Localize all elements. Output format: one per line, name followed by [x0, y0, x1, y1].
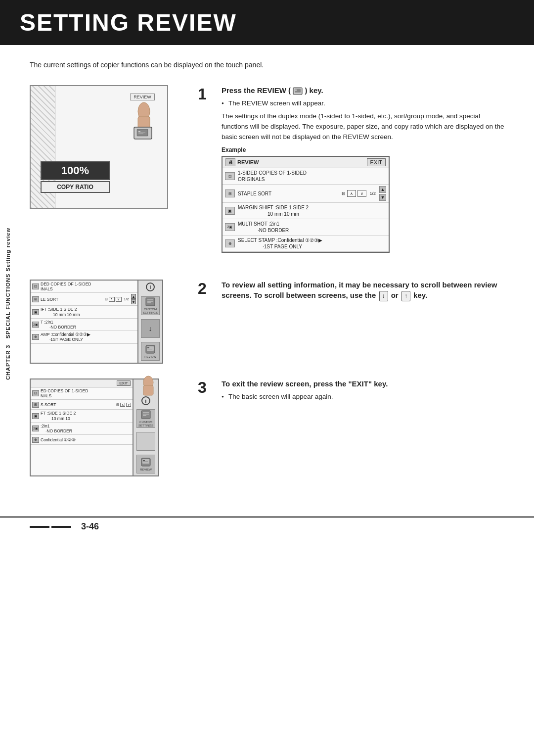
row1-text: 1-SIDED COPIES OF 1-SIDED ORIGINALS	[238, 170, 386, 183]
s2-row5: ⊕ AMP :Confidential ①②③▶ ·1ST PAGE ONLY	[31, 331, 137, 343]
chapter-number: 3	[5, 345, 11, 348]
s3-r2-text: S SORT	[41, 402, 115, 407]
step3-finger-icon	[140, 376, 157, 403]
s2-r3-icon: ▣	[32, 309, 39, 315]
step1-body: Press the REVIEW ( ) key. The REVIEW scr…	[222, 85, 504, 253]
row2-icon: ⊞	[225, 189, 235, 197]
step1-left: REVIEW	[30, 85, 183, 265]
step3-empty-btn	[136, 432, 155, 451]
step3-left: EXIT ⊡ ED COPIES OF 1-SIDED NALS ⊞ S SOR…	[30, 378, 183, 476]
step1-bullet: The REVIEW screen will appear.	[222, 98, 504, 108]
step3-custom-settings-btn[interactable]: CUSTOMSETTINGS	[136, 409, 155, 428]
s2-r4-icon: 2▣	[32, 322, 39, 328]
scroll-controls[interactable]: ▲ ▼	[379, 186, 386, 201]
row4-icon: 2▣	[225, 223, 235, 231]
bottom-nav: 3-46	[0, 516, 534, 536]
s3-r4-text: :2in1 ·NO BORDER	[41, 424, 131, 433]
s2-r3-text: IFT :SIDE 1 SIDE 2 10 mm 10 mm	[41, 307, 136, 317]
s2-r1-icon: ⊡	[32, 284, 39, 289]
finger-press-area	[140, 376, 157, 404]
s3-r4-icon: 2▣	[32, 425, 39, 431]
intro-text: The current settings of copier functions…	[30, 60, 277, 70]
device-illustration: REVIEW	[30, 85, 168, 209]
step1-block: 1 Press the REVIEW ( ) key. The REVIEW s…	[198, 85, 504, 253]
step1-review-screen: 🖨 REVIEW EXIT ⊡ 1-SIDED COPIES OF 1-SIDE…	[222, 156, 390, 253]
step2-body: To review all setting information, it ma…	[222, 280, 504, 304]
s3-r3-text: FT :SIDE 1 SIDE 2 10 mm 10	[41, 411, 131, 421]
row5-icon: ⊕	[225, 239, 235, 247]
step1-content: 1 Press the REVIEW ( ) key. The REVIEW s…	[198, 85, 504, 265]
s3-r1-icon: ⊡	[32, 390, 39, 396]
custom-settings-icon	[145, 297, 156, 307]
s3-r5-text: Confidential ①②③	[41, 437, 131, 442]
step2-left: ⊡ DED COPIES OF 1-SIDED INALS ⊞ LE SORT …	[30, 280, 183, 364]
step1-body-text: The settings of the duplex mode (1-sided…	[222, 111, 504, 142]
s2-r5-icon: ⊕	[32, 334, 39, 340]
page-title: SETTING REVIEW	[20, 9, 237, 36]
svg-rect-4	[138, 131, 140, 132]
s3-row4: 2▣ :2in1 ·NO BORDER	[31, 423, 133, 435]
row5-text: SELECT STAMP :Confidential ①②③▶ ·1ST PAG…	[238, 237, 386, 250]
svg-rect-17	[147, 349, 152, 349]
svg-rect-10	[146, 298, 155, 306]
s2-row4: 2▣ T :2in1 ·NO BORDER	[31, 319, 137, 331]
review-side-btn[interactable]: REVIEW	[141, 342, 160, 361]
step3-section: EXIT ⊡ ED COPIES OF 1-SIDED NALS ⊞ S SOR…	[30, 378, 504, 476]
step3-review-label: REVIEW	[140, 468, 152, 472]
svg-rect-6	[138, 134, 143, 134]
step3-number: 3	[198, 379, 212, 395]
svg-rect-15	[147, 346, 154, 351]
screen-row-1: ⊡ 1-SIDED COPIES OF 1-SIDED ORIGINALS	[222, 168, 389, 185]
chapter-label: CHAPTER	[5, 350, 11, 380]
step3-review-icon	[140, 457, 151, 467]
step3-screen-container: EXIT ⊡ ED COPIES OF 1-SIDED NALS ⊞ S SOR…	[30, 378, 168, 476]
step3-illustration: EXIT ⊡ ED COPIES OF 1-SIDED NALS ⊞ S SOR…	[30, 378, 168, 476]
exit-button[interactable]: EXIT	[367, 158, 386, 166]
scroll-up-btn[interactable]: ▲	[379, 186, 386, 193]
s3-r1-text: ED COPIES OF 1-SIDED NALS	[41, 388, 131, 398]
review-side-label: REVIEW	[144, 355, 156, 359]
s2-r2-right: ⊟ ∧ ∨ 1/2 ▲ ▼	[105, 294, 136, 304]
up-key-symbol[interactable]: ↑	[401, 291, 410, 301]
s2-r4-text: T :2in1 ·NO BORDER	[41, 320, 136, 330]
step1-heading: Press the REVIEW ( ) key.	[222, 85, 504, 95]
copy-ratio-display: 100% COPY RATIO	[41, 161, 110, 193]
s3-row1: ⊡ ED COPIES OF 1-SIDED NALS	[31, 387, 133, 400]
svg-rect-27	[143, 462, 148, 462]
step2-block: 2 To review all setting information, it …	[198, 280, 504, 304]
s3-r2-right: ⊟ ∧ ∨	[116, 403, 131, 407]
step2-down-key[interactable]: ↓	[141, 319, 160, 338]
row2-text: STAPLE SORT	[238, 190, 339, 197]
s2-r5-text: AMP :Confidential ①②③▶ ·1ST PAGE ONLY	[41, 332, 136, 342]
step3-review-btn[interactable]: REVIEW	[136, 455, 155, 473]
s2-scroll-up[interactable]: ▲	[131, 294, 136, 299]
info-icon[interactable]: i	[146, 283, 155, 291]
svg-rect-16	[147, 347, 149, 348]
scroll-down-btn[interactable]: ▼	[379, 194, 386, 201]
down-key-symbol[interactable]: ↓	[379, 291, 388, 301]
step2-content: 2 To review all setting information, it …	[198, 280, 504, 364]
chapter-subtitle: SPECIAL FUNCTIONS Setting review	[5, 228, 11, 338]
svg-rect-20	[141, 411, 150, 419]
review-button-label: REVIEW	[130, 94, 155, 100]
main-content: The current settings of copier functions…	[0, 45, 534, 506]
screen-row-2: ⊞ STAPLE SORT ⊟ ∧ ∨ 1/2 ▲ ▼	[222, 185, 389, 203]
s3-r3-icon: ▣	[32, 413, 39, 419]
custom-settings-btn[interactable]: CUSTOMSETTINGS	[141, 296, 160, 315]
svg-rect-19	[143, 385, 153, 395]
screen-title: REVIEW	[237, 159, 259, 165]
row2-right: ⊟ ∧ ∨ 1/2 ▲ ▼	[342, 186, 386, 201]
step3-exit-btn[interactable]: EXIT	[117, 380, 131, 386]
s2-row1: ⊡ DED COPIES OF 1-SIDED INALS	[31, 281, 137, 293]
screen-printer-icon: 🖨	[225, 158, 235, 166]
custom-settings-label: CUSTOMSETTINGS	[143, 308, 158, 314]
step2-number: 2	[198, 281, 212, 296]
header-bar: SETTING REVIEW	[0, 0, 534, 45]
step3-main-screen: EXIT ⊡ ED COPIES OF 1-SIDED NALS ⊞ S SOR…	[30, 378, 134, 476]
step1-number: 1	[198, 86, 212, 102]
chapter-sidebar: CHAPTER 3 SPECIAL FUNCTIONS Setting revi…	[5, 228, 11, 380]
review-screen-header: 🖨 REVIEW EXIT	[222, 157, 389, 168]
svg-rect-26	[143, 460, 145, 461]
step2-heading: To review all setting information, it ma…	[222, 280, 504, 301]
s2-scroll-down[interactable]: ▼	[131, 299, 136, 304]
